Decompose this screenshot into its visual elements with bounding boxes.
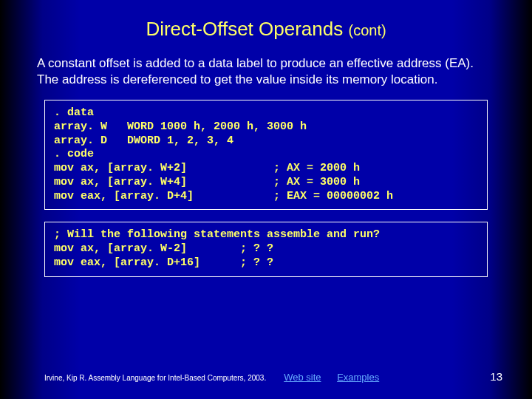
footer: Irvine, Kip R. Assembly Language for Int…	[44, 370, 502, 383]
website-link[interactable]: Web site	[284, 372, 321, 383]
page-number: 13	[490, 370, 502, 383]
code-block-1: . data array. W WORD 1000 h, 2000 h, 300…	[44, 100, 488, 210]
code-block-2: ; Will the following statements assemble…	[44, 222, 488, 276]
examples-link[interactable]: Examples	[337, 372, 379, 383]
slide-title: Direct-Offset Operands (cont)	[0, 0, 532, 41]
title-main: Direct-Offset Operands	[146, 18, 343, 40]
citation: Irvine, Kip R. Assembly Language for Int…	[44, 374, 266, 382]
title-sub: (cont)	[348, 22, 386, 38]
slide: Direct-Offset Operands (cont) A constant…	[0, 0, 532, 399]
body-text: A constant offset is added to a data lab…	[0, 41, 532, 88]
footer-links: Web site Examples	[284, 372, 392, 383]
